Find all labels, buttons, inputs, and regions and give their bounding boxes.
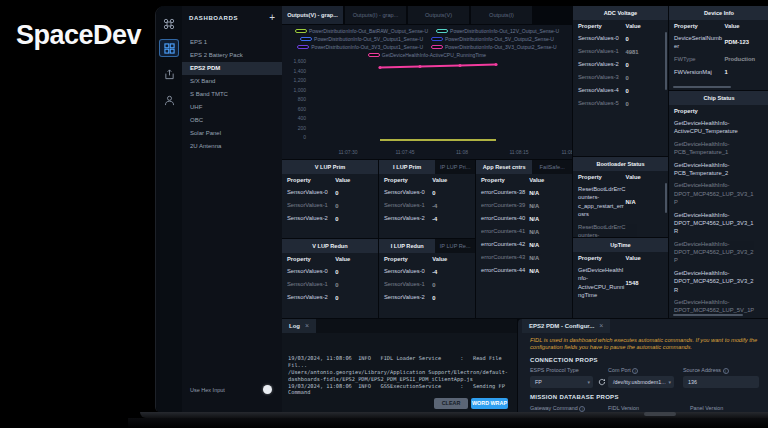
log-line: 19/03/2024, 11:08:06 INFO GSSExecutionSe… — [288, 383, 513, 397]
dashboards-icon[interactable] — [159, 39, 179, 57]
protocol-type-select[interactable]: FP ▾ — [530, 376, 593, 388]
chart-tab[interactable]: Outputs(I) - grap... — [345, 6, 406, 24]
source-address-input[interactable]: 136 — [683, 376, 759, 388]
sidebar-list: EPS 1 EPS 2 Battery Pack EPS2 PDM S/X Ba… — [182, 36, 282, 153]
spacedev-logo: SpaceDev — [16, 20, 141, 51]
table-row: GetDeviceHealthInfo-DPOT_MCP4562_LUP_3V3… — [669, 179, 768, 208]
sidebar-item[interactable]: S/X Band — [182, 75, 282, 88]
chart-tab[interactable]: Outputs(V) - grap... — [282, 6, 343, 24]
scrollbar[interactable] — [665, 183, 668, 213]
column-value: Value — [529, 177, 567, 183]
column-property: Property — [287, 177, 335, 183]
sidebar-item[interactable]: OBC — [182, 114, 282, 127]
panel-tab[interactable]: ADC Voltage — [573, 6, 668, 20]
log-output[interactable]: 19/03/2024, 11:08:06 INFO FIDL Loader Se… — [288, 335, 513, 397]
table-row: SensorValues-20 — [379, 291, 475, 304]
column-property: Property — [578, 255, 626, 261]
com-port-label: Com Port i — [608, 367, 638, 374]
sidebar-item[interactable]: EPS 1 — [182, 36, 282, 49]
table-row: SensorValues-20 — [573, 58, 668, 71]
column-property: Property — [384, 256, 432, 262]
add-dashboard-button[interactable]: + — [269, 13, 275, 23]
legend-item[interactable]: PowerDistributionInfo-Out_5V_Output1_Sen… — [300, 35, 423, 42]
tab-eps2-pdm-config[interactable]: EPS2 PDM - Configur... × — [522, 319, 610, 333]
panel-tab[interactable]: FailSafe... — [532, 160, 572, 174]
export-icon[interactable] — [160, 66, 178, 82]
legend-item[interactable]: PowerDistributionInfo-Out_3V3_Output1_Se… — [297, 43, 423, 50]
panel-tab[interactable]: UpTime — [573, 238, 668, 252]
legend-item[interactable]: PowerDistributionInfo-Out_5V_Output2_Sen… — [431, 35, 554, 42]
chart-tab[interactable]: Outputs(V) — [408, 6, 469, 24]
connection-props-section: CONNECTION PROPS — [530, 357, 598, 363]
info-icon[interactable]: i — [723, 368, 729, 374]
legend-label: GetDeviceHealthInfo-ActiveCPU_RunningTim… — [382, 52, 486, 58]
legend-label: PowerDistributionInfo-Out_BatRAW_Output_… — [309, 28, 428, 34]
log-line: /Users/antonio.georgiev/Library/Applicat… — [288, 369, 513, 376]
tab-log[interactable]: Log × — [282, 319, 316, 333]
config-panel: EPS2 PDM - Configur... × FIDL is used in… — [518, 319, 768, 412]
x-tick: 11:07:45 — [395, 149, 414, 155]
panel-bootloader-status: Bootloader Status PropertyValue ResetBoo… — [573, 157, 668, 237]
panel-chip-status: Chip Status Property GetDeviceHealthInfo… — [669, 91, 768, 318]
sidebar-item[interactable]: Solar Panel — [182, 127, 282, 140]
panel-tab[interactable]: I LUP Redun — [379, 239, 435, 253]
scrollbar[interactable] — [673, 86, 731, 89]
legend-label: PowerDistributionInfo-Out_5V_Output2_Sen… — [445, 36, 554, 42]
panel-tab[interactable]: IP LUP Pri... — [435, 160, 475, 174]
info-icon[interactable]: i — [632, 368, 638, 374]
column-value: Value — [626, 174, 663, 180]
table-row: GetDeviceHealthInfo-PCB_Temperature_1 — [669, 138, 768, 159]
com-port-select[interactable]: /dev/tty.usbmodem1... ▾ — [608, 376, 674, 388]
series-runningtime-marker — [458, 64, 461, 67]
table-row: SensorValues-20 — [282, 212, 378, 225]
sidebar-item[interactable]: 2U Antenna — [182, 140, 282, 153]
table-row: SensorValues-14981 — [573, 45, 668, 58]
y-tick: 1,200 — [293, 77, 306, 83]
sidebar-item[interactable]: EPS2 PDM — [182, 62, 282, 75]
panel-tab[interactable]: V LUP Prim — [282, 160, 378, 174]
legend-item[interactable]: PowerDistributionInfo-Out_12V_Output_Sen… — [436, 27, 559, 34]
refresh-ports-button[interactable] — [596, 376, 607, 388]
panel-tab[interactable]: V LUP Redun — [282, 239, 378, 253]
panel-tab[interactable]: IP LUP Re... — [435, 239, 475, 253]
panel-version-label: Panel Version — [690, 405, 723, 411]
y-tick: 1,000 — [293, 87, 306, 93]
panel-tab[interactable]: Device Info — [669, 6, 768, 20]
close-icon[interactable]: × — [305, 319, 309, 333]
user-icon[interactable] — [160, 92, 178, 108]
info-icon[interactable]: i — [579, 406, 585, 412]
panel-tab[interactable]: App Reset cntrs — [476, 160, 532, 174]
hex-input-toggle[interactable] — [263, 385, 272, 394]
table-row: SensorValues-10 — [379, 278, 475, 291]
table-row: FWTypeProduction — [669, 53, 768, 66]
panel-tab[interactable]: Chip Status — [669, 91, 768, 105]
scrollbar[interactable] — [665, 32, 668, 90]
panel-i-lup-prim: I LUP PrimIP LUP Pri... PropertyValue Se… — [379, 160, 475, 238]
scrollbar[interactable] — [673, 314, 743, 317]
panel-tab[interactable]: I LUP Prim — [379, 160, 435, 174]
legend-item[interactable]: PowerDistributionInfo-Out_3V3_Output2_Se… — [431, 43, 557, 50]
close-icon[interactable]: × — [599, 319, 603, 333]
table-row: ResetBootLdrErrCounters-c_app_restart_er… — [573, 183, 668, 221]
chart-tab[interactable]: Outputs(I) — [471, 6, 532, 24]
sidebar-item[interactable]: UHF — [182, 101, 282, 114]
app-logo-icon[interactable] — [160, 16, 178, 32]
sidebar-item[interactable]: S Band TMTC — [182, 88, 282, 101]
table-row: SensorValues-10 — [282, 199, 378, 212]
chart-plot — [310, 59, 568, 147]
word-wrap-button[interactable]: WORD WRAP — [471, 398, 508, 409]
sidebar-item[interactable]: EPS 2 Battery Pack — [182, 49, 282, 62]
legend-label: PowerDistributionInfo-Out_3V3_Output1_Se… — [311, 44, 423, 50]
clear-button[interactable]: CLEAR — [434, 398, 468, 409]
sidebar-title: DASHBOARDS — [189, 15, 269, 21]
chart-legend: PowerDistributionInfo-Out_BatRAW_Output_… — [288, 27, 566, 58]
legend-item[interactable]: GetDeviceHealthInfo-ActiveCPU_RunningTim… — [368, 51, 486, 58]
laptop-hinge-notch — [644, 412, 676, 416]
x-tick: 11:08 — [456, 149, 468, 155]
table-row: GetDeviceHealthInfo-ActiveCPU_RunningTim… — [573, 264, 668, 302]
panel-tab[interactable]: Bootloader Status — [573, 157, 668, 171]
series-runningtime-marker — [378, 66, 381, 69]
legend-item[interactable]: PowerDistributionInfo-Out_BatRAW_Output_… — [295, 27, 428, 34]
gateway-command-label: Gateway Command i — [530, 405, 585, 412]
panel-v-lup-redun: V LUP Redun PropertyValue SensorValues-0… — [282, 239, 378, 318]
